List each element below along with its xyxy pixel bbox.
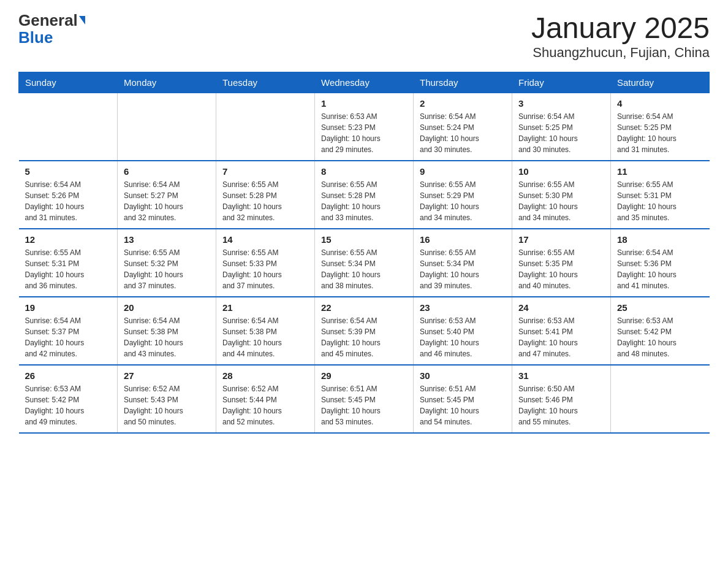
- calendar-cell: 13Sunrise: 6:55 AM Sunset: 5:32 PM Dayli…: [118, 229, 216, 297]
- day-info: Sunrise: 6:55 AM Sunset: 5:35 PM Dayligh…: [518, 247, 604, 291]
- day-number: 4: [617, 98, 703, 109]
- logo-general: General: [18, 12, 78, 28]
- day-info: Sunrise: 6:55 AM Sunset: 5:29 PM Dayligh…: [420, 179, 506, 223]
- calendar-cell: 24Sunrise: 6:53 AM Sunset: 5:41 PM Dayli…: [512, 297, 611, 365]
- day-info: Sunrise: 6:55 AM Sunset: 5:34 PM Dayligh…: [420, 247, 506, 291]
- day-number: 24: [518, 302, 604, 313]
- day-info: Sunrise: 6:52 AM Sunset: 5:43 PM Dayligh…: [124, 383, 210, 427]
- day-number: 17: [518, 234, 604, 245]
- day-number: 31: [518, 370, 604, 381]
- day-number: 2: [420, 98, 506, 109]
- column-header-sunday: Sunday: [19, 72, 118, 93]
- day-number: 7: [222, 166, 308, 177]
- calendar-week-row: 5Sunrise: 6:54 AM Sunset: 5:26 PM Daylig…: [19, 161, 710, 229]
- column-header-wednesday: Wednesday: [315, 72, 414, 93]
- day-info: Sunrise: 6:54 AM Sunset: 5:38 PM Dayligh…: [124, 315, 210, 359]
- day-info: Sunrise: 6:55 AM Sunset: 5:32 PM Dayligh…: [124, 247, 210, 291]
- day-number: 21: [222, 302, 308, 313]
- calendar-week-row: 19Sunrise: 6:54 AM Sunset: 5:37 PM Dayli…: [19, 297, 710, 365]
- calendar-week-row: 26Sunrise: 6:53 AM Sunset: 5:42 PM Dayli…: [19, 365, 710, 433]
- day-info: Sunrise: 6:55 AM Sunset: 5:28 PM Dayligh…: [222, 179, 308, 223]
- calendar-cell: 30Sunrise: 6:51 AM Sunset: 5:45 PM Dayli…: [414, 365, 512, 433]
- day-info: Sunrise: 6:55 AM Sunset: 5:28 PM Dayligh…: [321, 179, 407, 223]
- day-info: Sunrise: 6:50 AM Sunset: 5:46 PM Dayligh…: [518, 383, 604, 427]
- day-info: Sunrise: 6:53 AM Sunset: 5:40 PM Dayligh…: [420, 315, 506, 359]
- day-number: 13: [124, 234, 210, 245]
- calendar-cell: 2Sunrise: 6:54 AM Sunset: 5:24 PM Daylig…: [414, 93, 512, 161]
- calendar-cell: 12Sunrise: 6:55 AM Sunset: 5:31 PM Dayli…: [19, 229, 118, 297]
- calendar-cell: 21Sunrise: 6:54 AM Sunset: 5:38 PM Dayli…: [216, 297, 315, 365]
- day-number: 19: [25, 302, 112, 313]
- day-info: Sunrise: 6:54 AM Sunset: 5:26 PM Dayligh…: [25, 179, 112, 223]
- day-number: 15: [321, 234, 407, 245]
- title-block: January 2025 Shuangzhucun, Fujian, China: [531, 12, 710, 61]
- calendar-cell: 6Sunrise: 6:54 AM Sunset: 5:27 PM Daylig…: [118, 161, 216, 229]
- calendar-cell: 31Sunrise: 6:50 AM Sunset: 5:46 PM Dayli…: [512, 365, 611, 433]
- day-number: 16: [420, 234, 506, 245]
- calendar-cell: 20Sunrise: 6:54 AM Sunset: 5:38 PM Dayli…: [118, 297, 216, 365]
- column-header-monday: Monday: [118, 72, 216, 93]
- logo-blue: Blue: [18, 28, 53, 47]
- day-number: 1: [321, 98, 407, 109]
- day-number: 28: [222, 370, 308, 381]
- column-header-thursday: Thursday: [414, 72, 512, 93]
- day-number: 6: [124, 166, 210, 177]
- day-info: Sunrise: 6:51 AM Sunset: 5:45 PM Dayligh…: [420, 383, 506, 427]
- day-info: Sunrise: 6:51 AM Sunset: 5:45 PM Dayligh…: [321, 383, 407, 427]
- calendar-cell: 5Sunrise: 6:54 AM Sunset: 5:26 PM Daylig…: [19, 161, 118, 229]
- calendar-cell: 22Sunrise: 6:54 AM Sunset: 5:39 PM Dayli…: [315, 297, 414, 365]
- calendar-cell: 26Sunrise: 6:53 AM Sunset: 5:42 PM Dayli…: [19, 365, 118, 433]
- day-info: Sunrise: 6:53 AM Sunset: 5:23 PM Dayligh…: [321, 111, 407, 155]
- day-number: 25: [617, 302, 703, 313]
- day-number: 26: [25, 370, 112, 381]
- calendar-cell: 9Sunrise: 6:55 AM Sunset: 5:29 PM Daylig…: [414, 161, 512, 229]
- day-info: Sunrise: 6:54 AM Sunset: 5:27 PM Dayligh…: [124, 179, 210, 223]
- column-header-saturday: Saturday: [611, 72, 710, 93]
- day-info: Sunrise: 6:55 AM Sunset: 5:31 PM Dayligh…: [617, 179, 703, 223]
- day-number: 12: [25, 234, 112, 245]
- calendar-header-row: SundayMondayTuesdayWednesdayThursdayFrid…: [19, 72, 710, 93]
- day-number: 22: [321, 302, 407, 313]
- calendar-cell: 3Sunrise: 6:54 AM Sunset: 5:25 PM Daylig…: [512, 93, 611, 161]
- day-info: Sunrise: 6:55 AM Sunset: 5:31 PM Dayligh…: [25, 247, 112, 291]
- day-info: Sunrise: 6:55 AM Sunset: 5:34 PM Dayligh…: [321, 247, 407, 291]
- day-info: Sunrise: 6:53 AM Sunset: 5:42 PM Dayligh…: [25, 383, 112, 427]
- day-number: 27: [124, 370, 210, 381]
- day-number: 9: [420, 166, 506, 177]
- calendar-cell: 1Sunrise: 6:53 AM Sunset: 5:23 PM Daylig…: [315, 93, 414, 161]
- calendar-cell: 28Sunrise: 6:52 AM Sunset: 5:44 PM Dayli…: [216, 365, 315, 433]
- calendar-title: January 2025: [531, 12, 710, 45]
- day-info: Sunrise: 6:53 AM Sunset: 5:41 PM Dayligh…: [518, 315, 604, 359]
- calendar-cell: 10Sunrise: 6:55 AM Sunset: 5:30 PM Dayli…: [512, 161, 611, 229]
- column-header-tuesday: Tuesday: [216, 72, 315, 93]
- day-number: 30: [420, 370, 506, 381]
- calendar-cell: 19Sunrise: 6:54 AM Sunset: 5:37 PM Dayli…: [19, 297, 118, 365]
- logo-triangle-icon: [79, 16, 85, 25]
- calendar-week-row: 1Sunrise: 6:53 AM Sunset: 5:23 PM Daylig…: [19, 93, 710, 161]
- calendar-cell: 23Sunrise: 6:53 AM Sunset: 5:40 PM Dayli…: [414, 297, 512, 365]
- calendar-cell: 29Sunrise: 6:51 AM Sunset: 5:45 PM Dayli…: [315, 365, 414, 433]
- calendar-cell: 16Sunrise: 6:55 AM Sunset: 5:34 PM Dayli…: [414, 229, 512, 297]
- calendar-table: SundayMondayTuesdayWednesdayThursdayFrid…: [18, 72, 710, 434]
- day-info: Sunrise: 6:55 AM Sunset: 5:33 PM Dayligh…: [222, 247, 308, 291]
- calendar-cell: [118, 93, 216, 161]
- page-header: General Blue January 2025 Shuangzhucun, …: [18, 12, 710, 61]
- day-number: 14: [222, 234, 308, 245]
- day-number: 8: [321, 166, 407, 177]
- calendar-cell: 25Sunrise: 6:53 AM Sunset: 5:42 PM Dayli…: [611, 297, 710, 365]
- day-info: Sunrise: 6:54 AM Sunset: 5:37 PM Dayligh…: [25, 315, 112, 359]
- calendar-cell: 18Sunrise: 6:54 AM Sunset: 5:36 PM Dayli…: [611, 229, 710, 297]
- day-info: Sunrise: 6:54 AM Sunset: 5:36 PM Dayligh…: [617, 247, 703, 291]
- day-info: Sunrise: 6:54 AM Sunset: 5:24 PM Dayligh…: [420, 111, 506, 155]
- day-number: 23: [420, 302, 506, 313]
- calendar-week-row: 12Sunrise: 6:55 AM Sunset: 5:31 PM Dayli…: [19, 229, 710, 297]
- calendar-cell: 7Sunrise: 6:55 AM Sunset: 5:28 PM Daylig…: [216, 161, 315, 229]
- day-info: Sunrise: 6:53 AM Sunset: 5:42 PM Dayligh…: [617, 315, 703, 359]
- day-number: 10: [518, 166, 604, 177]
- day-info: Sunrise: 6:54 AM Sunset: 5:38 PM Dayligh…: [222, 315, 308, 359]
- day-number: 18: [617, 234, 703, 245]
- calendar-cell: 17Sunrise: 6:55 AM Sunset: 5:35 PM Dayli…: [512, 229, 611, 297]
- day-number: 29: [321, 370, 407, 381]
- calendar-cell: 15Sunrise: 6:55 AM Sunset: 5:34 PM Dayli…: [315, 229, 414, 297]
- day-number: 11: [617, 166, 703, 177]
